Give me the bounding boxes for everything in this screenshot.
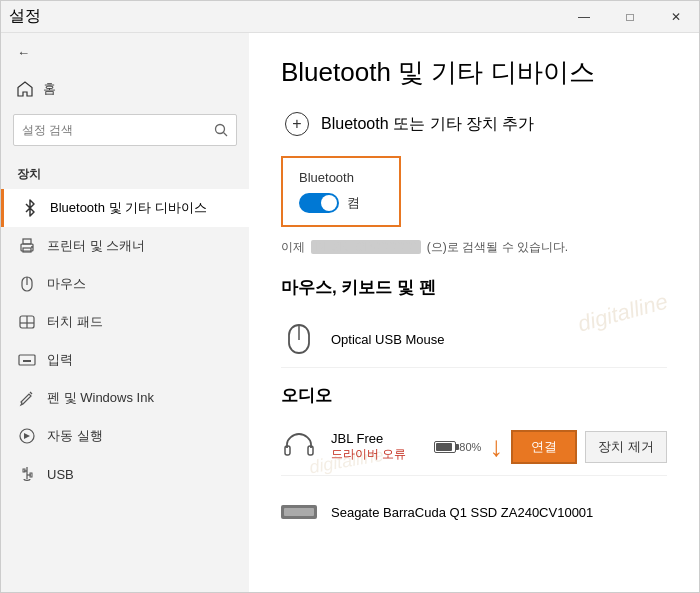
sidebar-item-input-label: 입력 <box>47 351 73 369</box>
battery-percent: 80% <box>459 441 481 453</box>
sidebar-item-touchpad[interactable]: 터치 패드 <box>1 303 249 341</box>
sidebar-item-pen[interactable]: 펜 및 Windows Ink <box>1 379 249 417</box>
battery-fill <box>436 443 452 451</box>
seagate-device-info: Seagate BarraCuda Q1 SSD ZA240CV10001 <box>331 505 667 520</box>
titlebar: 설정 — □ ✕ <box>1 1 699 33</box>
bluetooth-box-label: Bluetooth <box>299 170 383 185</box>
connect-button[interactable]: 연결 <box>511 430 577 464</box>
device-name-blurred: DESKTOP-XXXXX <box>311 240 420 254</box>
sidebar-item-input[interactable]: 입력 <box>1 341 249 379</box>
touchpad-icon <box>17 312 37 332</box>
toggle-state-label: 켬 <box>347 194 360 212</box>
bluetooth-icon <box>20 198 40 218</box>
mouse-section-heading: 마우스, 키보드 및 펜 <box>281 276 667 299</box>
discoverable-suffix: (으)로 검색될 수 있습니다. <box>427 240 568 254</box>
mouse-device-name: Optical USB Mouse <box>331 332 667 347</box>
toggle-row: 켬 <box>299 193 383 213</box>
seagate-device-row: Seagate BarraCuda Q1 SSD ZA240CV10001 <box>281 484 667 540</box>
jbl-device-info: JBL Free 드라이버 오류 <box>331 431 420 463</box>
sidebar-item-bluetooth-label: Bluetooth 및 기타 디바이스 <box>50 199 207 217</box>
ssd-icon <box>281 494 317 530</box>
close-button[interactable]: ✕ <box>653 1 699 33</box>
minimize-button[interactable]: — <box>561 1 607 33</box>
page-title: Bluetooth 및 기타 디바이스 <box>281 57 667 88</box>
back-button[interactable]: ← <box>1 33 249 72</box>
pen-icon <box>17 388 37 408</box>
mouse-device-row: Optical USB Mouse <box>281 311 667 368</box>
home-label: 홈 <box>43 80 56 98</box>
discoverable-text: 이제 DESKTOP-XXXXX (으)로 검색될 수 있습니다. <box>281 239 667 256</box>
headphone-icon <box>281 429 317 465</box>
jbl-device-actions: 80% ↓ 연결 장치 제거 <box>434 430 667 464</box>
sidebar-item-mouse[interactable]: 마우스 <box>1 265 249 303</box>
svg-rect-3 <box>23 239 31 244</box>
bluetooth-toggle[interactable] <box>299 193 339 213</box>
sidebar-item-autorun[interactable]: 자동 실행 <box>1 417 249 455</box>
add-device-row[interactable]: + Bluetooth 또는 기타 장치 추가 <box>281 112 667 136</box>
back-icon: ← <box>17 45 30 60</box>
search-box[interactable] <box>13 114 237 146</box>
remove-device-button[interactable]: 장치 제거 <box>585 431 667 463</box>
sidebar: ← 홈 <box>1 33 249 592</box>
settings-window: 설정 — □ ✕ ← 홈 <box>0 0 700 593</box>
toggle-knob <box>321 195 337 211</box>
titlebar-left: 설정 <box>9 6 41 27</box>
main-content: digitalline digitalline Bluetooth 및 기타 디… <box>249 33 699 592</box>
jbl-device-name: JBL Free <box>331 431 420 446</box>
autorun-icon <box>17 426 37 446</box>
svg-point-5 <box>31 246 33 248</box>
keyboard-icon <box>17 350 37 370</box>
add-icon: + <box>285 112 309 136</box>
mouse-device-icon <box>281 321 317 357</box>
titlebar-title: 설정 <box>9 6 41 27</box>
sidebar-item-usb[interactable]: USB <box>1 455 249 493</box>
sidebar-item-touchpad-label: 터치 패드 <box>47 313 103 331</box>
bluetooth-box: Bluetooth 켬 <box>281 156 401 227</box>
ssd-shape <box>281 505 317 519</box>
sidebar-item-home[interactable]: 홈 <box>1 72 249 106</box>
home-icon <box>17 81 33 97</box>
add-device-label: Bluetooth 또는 기타 장치 추가 <box>321 114 534 135</box>
sidebar-item-bluetooth[interactable]: Bluetooth 및 기타 디바이스 <box>1 189 249 227</box>
battery-shape <box>434 441 456 453</box>
audio-section-heading: 오디오 <box>281 384 667 407</box>
sidebar-item-printer[interactable]: 프린터 및 스캐너 <box>1 227 249 265</box>
discoverable-prefix: 이제 <box>281 240 305 254</box>
connect-arrow-icon: ↓ <box>489 431 503 463</box>
jbl-device-row: JBL Free 드라이버 오류 80% ↓ 연결 장치 제거 <box>281 419 667 476</box>
search-input[interactable] <box>22 123 208 137</box>
printer-icon <box>17 236 37 256</box>
sidebar-item-mouse-label: 마우스 <box>47 275 86 293</box>
sidebar-item-printer-label: 프린터 및 스캐너 <box>47 237 145 255</box>
battery-indicator: 80% <box>434 441 481 453</box>
mouse-device-info: Optical USB Mouse <box>331 332 667 347</box>
sidebar-item-autorun-label: 자동 실행 <box>47 427 103 445</box>
sidebar-item-pen-label: 펜 및 Windows Ink <box>47 389 154 407</box>
sidebar-item-usb-label: USB <box>47 467 74 482</box>
devices-section-label: 장치 <box>1 154 249 189</box>
search-icon <box>214 123 228 137</box>
content-area: ← 홈 <box>1 33 699 592</box>
usb-icon <box>17 464 37 484</box>
seagate-device-name: Seagate BarraCuda Q1 SSD ZA240CV10001 <box>331 505 667 520</box>
svg-line-1 <box>224 133 228 137</box>
jbl-device-sub: 드라이버 오류 <box>331 446 420 463</box>
svg-point-0 <box>216 125 225 134</box>
mouse-icon <box>17 274 37 294</box>
titlebar-controls: — □ ✕ <box>561 1 699 33</box>
maximize-button[interactable]: □ <box>607 1 653 33</box>
